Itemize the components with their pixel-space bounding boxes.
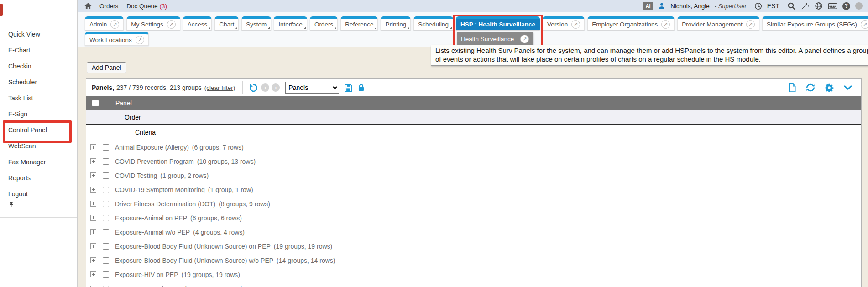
tab-printing[interactable]: Printing bbox=[381, 16, 411, 30]
row-checkbox[interactable] bbox=[103, 257, 109, 264]
sidebar-pin-button[interactable] bbox=[0, 202, 77, 218]
open-in-window-icon[interactable]: ↗ bbox=[520, 35, 529, 43]
tab-label: Version bbox=[547, 21, 568, 28]
row-checkbox[interactable] bbox=[103, 144, 109, 151]
tab-reference[interactable]: Reference bbox=[340, 16, 378, 30]
row-checkbox[interactable] bbox=[103, 187, 109, 193]
globe-icon[interactable] bbox=[815, 2, 823, 10]
sidebar-item-e-sign[interactable]: E-Sign bbox=[0, 106, 77, 122]
expand-row-icon[interactable] bbox=[90, 257, 96, 263]
view-select[interactable]: Panels bbox=[285, 82, 339, 94]
add-panel-button[interactable]: Add Panel bbox=[87, 62, 126, 73]
search-icon[interactable] bbox=[787, 2, 796, 10]
save-icon[interactable] bbox=[344, 83, 353, 93]
gear-icon[interactable] bbox=[825, 83, 834, 92]
ai-badge[interactable]: AI bbox=[643, 2, 653, 10]
open-in-window-icon[interactable]: ↗ bbox=[136, 36, 144, 44]
panel-name[interactable]: Exposure-Animal on PEP bbox=[115, 214, 187, 222]
open-in-window-icon[interactable]: ↗ bbox=[571, 20, 580, 29]
breadcrumb-orders[interactable]: Orders bbox=[99, 3, 118, 10]
row-checkbox[interactable] bbox=[103, 286, 109, 287]
sidebar-item-control-panel[interactable]: Control Panel bbox=[0, 122, 77, 138]
panel-name[interactable]: Animal Exposure (Allergy) bbox=[115, 144, 189, 151]
sidebar-item-logout[interactable]: Logout bbox=[0, 186, 77, 202]
sidebar-item-checkin[interactable]: Checkin bbox=[0, 58, 77, 74]
row-checkbox[interactable] bbox=[103, 215, 109, 221]
keyboard-icon[interactable] bbox=[828, 2, 837, 10]
tab-chart[interactable]: Chart bbox=[214, 16, 239, 30]
expand-row-icon[interactable] bbox=[90, 271, 96, 277]
tab-access[interactable]: Access bbox=[183, 16, 212, 30]
undo-icon[interactable] bbox=[248, 83, 259, 93]
row-checkbox[interactable] bbox=[103, 243, 109, 250]
help-icon[interactable]: ? bbox=[842, 2, 850, 10]
tab-system[interactable]: System bbox=[241, 16, 271, 30]
menu-item-health-surveillance[interactable]: Health Surveillance ↗ bbox=[457, 32, 533, 46]
sidebar-item-label: Reports bbox=[8, 174, 31, 182]
tab-provider-management[interactable]: Provider Management ↗ bbox=[677, 16, 759, 30]
sidebar-item-fax-manager[interactable]: Fax Manager bbox=[0, 154, 77, 170]
row-checkbox[interactable] bbox=[103, 158, 109, 165]
expand-row-icon[interactable] bbox=[90, 229, 96, 235]
sidebar-item-quick-view[interactable]: Quick View bbox=[0, 26, 77, 42]
row-checkbox[interactable] bbox=[103, 271, 109, 278]
submenu-corner-icon bbox=[374, 27, 376, 29]
expand-row-icon[interactable] bbox=[90, 144, 96, 150]
sidebar-item-scheduler[interactable]: Scheduler bbox=[0, 74, 77, 90]
expand-row-icon[interactable] bbox=[90, 158, 96, 164]
user-name[interactable]: Nichols, Angie bbox=[670, 3, 710, 10]
panel-name[interactable]: COVID Testing bbox=[115, 172, 157, 179]
breadcrumb-doc-queue[interactable]: Doc Queue bbox=[126, 3, 157, 10]
tab-employer-organizations[interactable]: Employer Organizations ↗ bbox=[587, 16, 675, 30]
expand-row-icon[interactable] bbox=[90, 201, 96, 207]
sidebar-item-webscan[interactable]: WebScan bbox=[0, 138, 77, 154]
tab-interface[interactable]: Interface bbox=[274, 16, 307, 30]
open-in-window-icon[interactable]: ↗ bbox=[861, 20, 868, 29]
row-checkbox[interactable] bbox=[103, 229, 109, 235]
tab-scheduling[interactable]: Scheduling bbox=[413, 16, 453, 30]
panel-name[interactable]: Exposure-HIV w/o PEP bbox=[115, 285, 181, 287]
lock-icon[interactable] bbox=[357, 83, 366, 92]
collapse-chevron-icon[interactable] bbox=[843, 83, 853, 93]
home-icon[interactable] bbox=[84, 2, 92, 10]
expand-row-icon[interactable] bbox=[90, 215, 96, 221]
tab-hsp-health-surveillance[interactable]: HSP : Health Surveillance bbox=[456, 16, 540, 30]
criteria-divider bbox=[181, 125, 181, 140]
tab-similar-exposure-groups-segs[interactable]: Similar Exposure Groups (SEGs) ↗ bbox=[762, 16, 868, 30]
submenu-corner-icon bbox=[267, 27, 270, 29]
magic-wand-icon[interactable] bbox=[801, 2, 810, 10]
tab-admin[interactable]: Admin ↗ bbox=[85, 16, 124, 30]
open-in-window-icon[interactable]: ↗ bbox=[167, 20, 176, 29]
panel-name[interactable]: Exposure-HIV on PEP bbox=[115, 271, 178, 278]
clear-filter-link[interactable]: (clear filter) bbox=[204, 84, 235, 91]
expand-row-icon[interactable] bbox=[90, 187, 96, 193]
open-in-window-icon[interactable]: ↗ bbox=[110, 20, 119, 29]
panel-name[interactable]: COVID Prevention Program bbox=[115, 158, 194, 165]
new-document-icon[interactable] bbox=[788, 83, 796, 93]
tab-orders[interactable]: Orders bbox=[310, 16, 338, 30]
tab-label: Employer Organizations bbox=[592, 21, 658, 28]
panel-name[interactable]: Exposure-Animal w/o PEP bbox=[115, 229, 190, 236]
open-in-window-icon[interactable]: ↗ bbox=[661, 20, 670, 29]
tab-label: Admin bbox=[89, 21, 107, 28]
tab-version[interactable]: Version ↗ bbox=[543, 16, 585, 30]
panel-name[interactable]: Driver Fitness Determination (DOT) bbox=[115, 200, 215, 208]
select-all-checkbox[interactable] bbox=[92, 100, 99, 106]
sidebar-item-task-list[interactable]: Task List bbox=[0, 90, 77, 106]
refresh-icon[interactable] bbox=[805, 83, 816, 93]
panel-list: Animal Exposure (Allergy) (6 groups, 7 r… bbox=[86, 140, 861, 287]
expand-row-icon[interactable] bbox=[90, 172, 96, 178]
sidebar-item-e-chart[interactable]: E-Chart bbox=[0, 42, 77, 58]
sidebar-item-reports[interactable]: Reports bbox=[0, 170, 77, 186]
row-checkbox[interactable] bbox=[103, 172, 109, 179]
sidebar-item-label: WebScan bbox=[8, 142, 36, 150]
clock-icon[interactable] bbox=[754, 2, 762, 10]
panel-name[interactable]: Exposure-Blood Body Fluid (Unknown Sourc… bbox=[115, 243, 271, 250]
open-in-window-icon[interactable]: ↗ bbox=[746, 20, 755, 29]
tab-my-settings[interactable]: My Settings ↗ bbox=[126, 16, 180, 30]
row-checkbox[interactable] bbox=[103, 201, 109, 207]
expand-row-icon[interactable] bbox=[90, 243, 96, 249]
panel-name[interactable]: Exposure-Blood Body Fluid (Unknown Sourc… bbox=[115, 257, 273, 264]
panel-name[interactable]: COVID-19 Symptom Monitoring bbox=[115, 186, 205, 193]
tab-work-locations[interactable]: Work Locations ↗ bbox=[85, 32, 149, 46]
